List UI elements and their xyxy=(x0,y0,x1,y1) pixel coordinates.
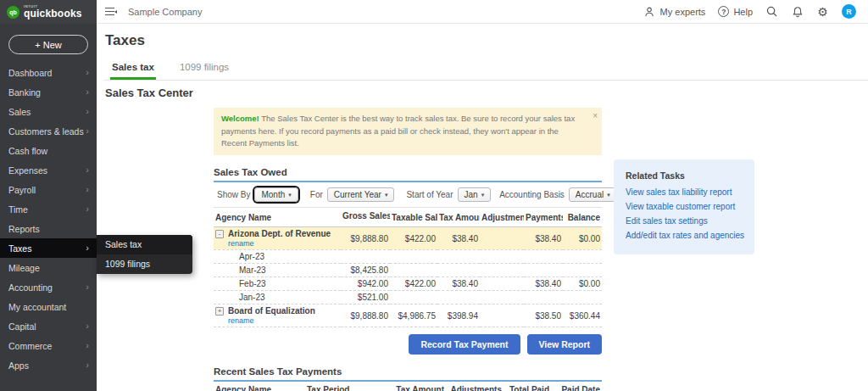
taxes-page: Taxes Sales tax 1099 filings Sales Tax C… xyxy=(97,24,868,391)
agency-row-board[interactable]: +Board of Equalization rename $9,888.80 … xyxy=(214,304,602,327)
chevron-down-icon: ▾ xyxy=(385,192,388,198)
person-icon xyxy=(643,5,656,18)
help-icon: ? xyxy=(718,6,729,17)
sales-tax-owed-title: Sales Tax Owed xyxy=(214,167,602,177)
chevron-right-icon: › xyxy=(86,341,89,350)
sidebar-item-dashboard[interactable]: Dashboard› xyxy=(0,63,97,82)
for-dropdown[interactable]: Current Year▾ xyxy=(327,187,395,202)
company-name[interactable]: Sample Company xyxy=(128,7,202,17)
chevron-down-icon: ▾ xyxy=(607,192,610,198)
payments-value: $38.40 xyxy=(524,227,563,250)
balance-value: $360.44 xyxy=(563,304,602,327)
for-label: For xyxy=(310,190,323,199)
sidebar-item-cash-flow[interactable]: Cash flow xyxy=(0,141,97,160)
chevron-right-icon: › xyxy=(86,165,89,175)
flyout-item-sales-tax[interactable]: Sales tax xyxy=(97,235,192,254)
settings-gear-icon[interactable]: ⚙ xyxy=(816,5,829,18)
chevron-right-icon: › xyxy=(86,68,89,77)
sidebar-item-commerce[interactable]: Commerce› xyxy=(0,336,97,355)
flyout-item-1099-filings[interactable]: 1099 filings xyxy=(97,254,192,274)
sidebar-item-my-accountant[interactable]: My accountant xyxy=(0,297,97,316)
gross-sales-value: $9,888.80 xyxy=(341,227,390,250)
taxes-flyout-menu: Sales tax 1099 filings xyxy=(97,235,192,274)
recent-header-row: Agency Name Tax Period Tax Amount Adjust… xyxy=(214,382,602,391)
link-sales-tax-liability-report[interactable]: View sales tax liability report xyxy=(626,187,746,198)
sidebar: qb INTUIT quickbooks + New Dashboard› Ba… xyxy=(0,0,97,391)
sidebar-item-sales[interactable]: Sales› xyxy=(0,102,97,121)
show-by-dropdown[interactable]: Month▾ xyxy=(254,187,298,202)
my-experts-button[interactable]: My experts xyxy=(643,5,706,18)
col-tax-amount: Tax Amount xyxy=(437,208,480,227)
agency-name: Board of Equalization xyxy=(228,306,315,316)
month-row-jan: Jan-23 $521.00 xyxy=(214,291,602,304)
welcome-banner: Welcome! The Sales Tax Center is the bes… xyxy=(214,108,602,155)
help-button[interactable]: ? Help xyxy=(718,6,753,17)
adjustments-value xyxy=(480,227,524,250)
link-edit-sales-tax-settings[interactable]: Edit sales tax settings xyxy=(626,215,746,227)
accounting-basis-dropdown[interactable]: Accrual▾ xyxy=(569,187,617,202)
sidebar-item-banking[interactable]: Banking› xyxy=(0,82,97,102)
tab-1099-filings[interactable]: 1099 filings xyxy=(178,58,231,80)
col-paid-date: Paid Date xyxy=(551,382,602,391)
sales-tax-center-heading: Sales Tax Center xyxy=(105,87,868,99)
sidebar-item-customers-leads[interactable]: Customers & leads› xyxy=(0,121,97,141)
record-tax-payment-button[interactable]: Record Tax Payment xyxy=(409,334,520,355)
filter-bar: Show By Month▾ For Current Year▾ Start o… xyxy=(214,182,602,208)
sidebar-item-taxes[interactable]: Taxes› xyxy=(0,238,97,258)
gross-sales-value: $9,888.80 xyxy=(341,304,390,327)
related-tasks-title: Related Tasks xyxy=(626,170,746,181)
rename-link[interactable]: rename xyxy=(228,316,254,325)
start-of-year-dropdown[interactable]: Jan▾ xyxy=(458,187,492,202)
link-add-edit-tax-rates[interactable]: Add/edit tax rates and agencies xyxy=(626,230,746,242)
notifications-bell-icon[interactable] xyxy=(791,5,804,18)
chevron-right-icon: › xyxy=(86,360,89,370)
collapse-icon[interactable]: - xyxy=(215,230,224,238)
month-label: Jan-23 xyxy=(214,291,341,304)
tax-amount-value: $398.94 xyxy=(437,304,480,327)
chevron-right-icon: › xyxy=(86,321,89,331)
sidebar-item-capital[interactable]: Capital› xyxy=(0,316,97,336)
sidebar-item-apps[interactable]: Apps› xyxy=(0,355,97,375)
chevron-right-icon: › xyxy=(86,243,89,253)
sidebar-item-time[interactable]: Time› xyxy=(0,199,97,219)
balance-value: $0.00 xyxy=(563,227,602,250)
recent-payments-section: Recent Sales Tax Payments Agency Name Ta… xyxy=(214,366,602,391)
payments-value: $38.50 xyxy=(524,304,563,327)
sidebar-item-payroll[interactable]: Payroll› xyxy=(0,180,97,199)
col-total-paid: Total Paid xyxy=(504,382,551,391)
sidebar-item-reports[interactable]: Reports xyxy=(0,219,97,238)
tax-amount-value: $38.40 xyxy=(437,227,480,250)
col-taxable-sales: Taxable Sales xyxy=(390,208,437,227)
agency-row-arizona[interactable]: -Arizona Dept. of Revenue rename $9,888.… xyxy=(214,227,602,250)
sidebar-item-mileage[interactable]: Mileage xyxy=(0,258,97,277)
month-label: Apr-23 xyxy=(214,250,341,264)
col-agency-name: Agency Name xyxy=(214,208,341,227)
welcome-highlight: Welcome! xyxy=(221,114,259,123)
close-icon[interactable]: × xyxy=(593,109,598,123)
month-label: Feb-23 xyxy=(214,277,341,291)
col-gross-sales: Gross Salesi xyxy=(341,208,390,227)
user-avatar[interactable]: R xyxy=(842,4,856,19)
link-taxable-customer-report[interactable]: View taxable customer report xyxy=(626,201,746,213)
sidebar-item-accounting[interactable]: Accounting› xyxy=(0,277,97,297)
adjustments-value xyxy=(480,304,524,327)
col-balance: Balance xyxy=(563,208,602,227)
taxable-sales-value: $422.00 xyxy=(390,227,437,250)
recent-payments-title: Recent Sales Tax Payments xyxy=(214,366,602,377)
main-area: Sample Company My experts ? Help xyxy=(97,0,868,391)
new-button[interactable]: + New xyxy=(8,35,88,54)
page-title: Taxes xyxy=(105,32,868,49)
tab-sales-tax[interactable]: Sales tax xyxy=(110,58,156,80)
expand-icon[interactable]: + xyxy=(215,307,224,316)
collapse-sidebar-icon[interactable] xyxy=(105,8,117,16)
rename-link[interactable]: rename xyxy=(228,239,254,248)
chevron-right-icon: › xyxy=(86,87,89,97)
chevron-right-icon: › xyxy=(86,185,89,194)
sidebar-nav: Dashboard› Banking› Sales› Customers & l… xyxy=(0,63,97,375)
view-report-button[interactable]: View Report xyxy=(527,334,603,355)
quickbooks-logo[interactable]: qb INTUIT quickbooks xyxy=(0,0,97,24)
search-icon[interactable] xyxy=(765,5,778,18)
sidebar-item-expenses[interactable]: Expenses› xyxy=(0,160,97,180)
agency-name: Arizona Dept. of Revenue xyxy=(228,229,331,238)
col-agency-name: Agency Name xyxy=(214,382,305,391)
